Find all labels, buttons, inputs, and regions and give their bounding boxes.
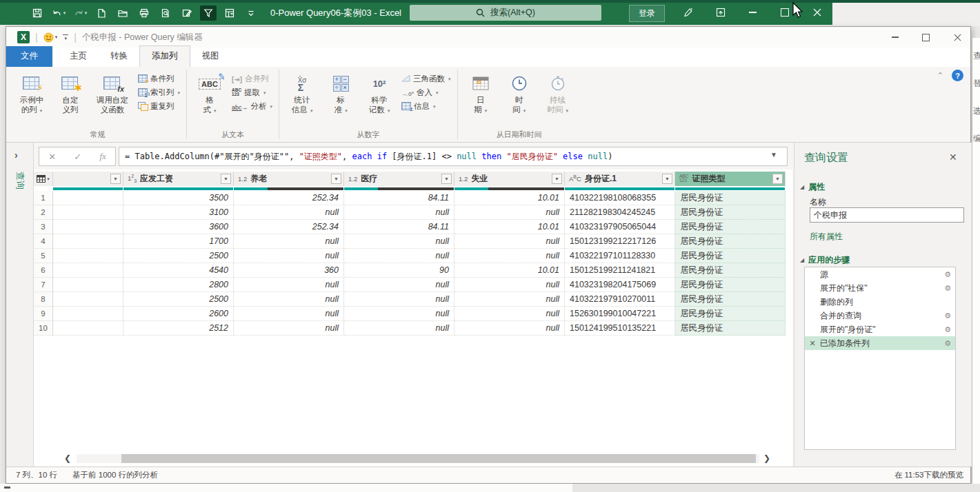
column-header-blank[interactable]: ▼: [53, 172, 123, 186]
cell[interactable]: null: [344, 249, 454, 263]
cell[interactable]: null: [344, 205, 454, 220]
cell[interactable]: 211282198304245245: [565, 205, 675, 220]
cell[interactable]: null: [454, 278, 565, 292]
applied-step-源[interactable]: 源⚙: [805, 267, 955, 281]
column-filter-icon[interactable]: ▼: [772, 174, 783, 184]
cell[interactable]: 居民身份证: [675, 220, 786, 234]
column-header-应发工资[interactable]: 123应发工资▼: [123, 172, 234, 186]
commit-formula-icon[interactable]: ✓: [74, 152, 81, 162]
format-button[interactable]: ABC✎格式 ▾: [191, 69, 228, 116]
step-settings-gear-icon[interactable]: ⚙: [944, 270, 951, 279]
column-header-失业[interactable]: 1.2失业▼: [454, 172, 565, 186]
cell[interactable]: [53, 205, 123, 220]
search-input[interactable]: 搜索(Alt+Q): [410, 5, 601, 21]
cell[interactable]: null: [234, 205, 344, 220]
row-number[interactable]: 7: [34, 278, 53, 292]
help-icon[interactable]: ?: [952, 70, 963, 81]
cell[interactable]: 84.11: [344, 191, 454, 205]
open-folder-icon[interactable]: [114, 6, 131, 21]
qat-customize-icon[interactable]: [243, 6, 259, 21]
cell[interactable]: 252.34: [234, 220, 344, 234]
cell[interactable]: 410323197905065044: [565, 220, 675, 234]
row-number[interactable]: 4: [34, 234, 53, 249]
cell[interactable]: null: [234, 307, 344, 321]
tab-转换[interactable]: 转换: [99, 46, 139, 67]
cell[interactable]: [53, 278, 123, 292]
column-header-身份证.1[interactable]: ABC身份证.1▼: [565, 172, 675, 186]
cell[interactable]: [53, 249, 123, 263]
all-properties-link[interactable]: 所有属性: [810, 231, 843, 243]
scroll-left-icon[interactable]: ❮: [64, 453, 71, 464]
information-button[interactable]: ±信息▾: [399, 101, 453, 112]
cell[interactable]: 3600: [123, 220, 234, 234]
cell[interactable]: null: [454, 249, 565, 263]
cell[interactable]: null: [344, 292, 454, 307]
cell[interactable]: null: [234, 321, 344, 336]
cell[interactable]: null: [454, 234, 565, 249]
merge-columns-button[interactable]: [⇥]合并列: [230, 73, 274, 85]
filter-icon[interactable]: [200, 6, 217, 21]
cell[interactable]: 居民身份证: [675, 205, 786, 220]
cell[interactable]: 360: [234, 263, 344, 278]
login-button[interactable]: 登录: [629, 5, 665, 22]
cell[interactable]: 410322197101128330: [565, 249, 675, 263]
step-settings-gear-icon[interactable]: ⚙: [944, 284, 951, 293]
cell[interactable]: 居民身份证: [675, 307, 786, 321]
excel-minimize-button[interactable]: [742, 4, 763, 21]
cell[interactable]: null: [454, 292, 565, 307]
cell[interactable]: 4540: [123, 263, 234, 278]
cell[interactable]: 2500: [123, 249, 234, 263]
cell[interactable]: 居民身份证: [675, 321, 786, 336]
cell[interactable]: [53, 234, 123, 249]
expand-queries-pane-icon[interactable]: ›: [14, 150, 18, 161]
cell[interactable]: [53, 292, 123, 307]
send-a-smile-icon[interactable]: ▾: [43, 32, 58, 43]
cell[interactable]: 2800: [123, 278, 234, 292]
cell[interactable]: 252.34: [234, 191, 344, 205]
row-number[interactable]: 1: [34, 191, 53, 205]
collapse-ribbon-icon[interactable]: ⌃: [937, 71, 943, 80]
cell[interactable]: 2512: [123, 321, 234, 336]
cell[interactable]: null: [234, 234, 344, 249]
print-preview-icon[interactable]: [157, 6, 174, 21]
formula-input[interactable]: = Table.AddColumn(#"展开的"身份证"", "证照类型", e…: [119, 147, 788, 166]
cell[interactable]: null: [454, 205, 565, 220]
inking-icon[interactable]: [678, 4, 699, 21]
statistics-button[interactable]: X̄σΣ统计信息 ▾: [283, 69, 321, 116]
extract-button[interactable]: ABC123提取▾: [230, 87, 274, 99]
tab-添加列[interactable]: 添加列: [139, 45, 190, 67]
conditional-column-button[interactable]: ✦条件列: [136, 73, 182, 85]
applied-step-删除的列[interactable]: 删除的列: [805, 295, 955, 309]
cell[interactable]: 410322197910270011: [565, 292, 675, 307]
undo-icon[interactable]: ▾: [50, 6, 67, 21]
cell[interactable]: null: [344, 234, 454, 249]
cell[interactable]: 10.01: [454, 191, 565, 205]
column-header-医疗[interactable]: 1.2医疗▼: [344, 172, 454, 186]
invoke-custom-function-button[interactable]: fx调用自定义函数: [90, 69, 134, 114]
cell[interactable]: [53, 307, 123, 321]
cell[interactable]: 居民身份证: [675, 234, 786, 249]
cell[interactable]: 10.01: [454, 220, 565, 234]
cell[interactable]: 150124199510135221: [565, 321, 675, 336]
row-number[interactable]: 2: [34, 205, 53, 220]
scroll-right-icon[interactable]: ❯: [763, 453, 770, 464]
cell[interactable]: 3100: [123, 205, 234, 220]
standard-button[interactable]: +−÷×标准 ▾: [322, 69, 359, 116]
tab-文件[interactable]: 文件: [6, 46, 52, 67]
index-column-button[interactable]: 1³索引列▾: [136, 87, 182, 99]
save-icon[interactable]: [29, 6, 46, 21]
column-filter-icon[interactable]: ▼: [331, 174, 341, 184]
cell[interactable]: 居民身份证: [675, 278, 786, 292]
cell[interactable]: 2600: [123, 307, 234, 321]
fx-icon[interactable]: fx: [99, 151, 106, 162]
applied-step-展开的"身份证"[interactable]: 展开的"身份证"⚙: [805, 322, 955, 336]
row-number[interactable]: 9: [34, 307, 53, 321]
date-button[interactable]: 日期 ▾: [462, 69, 499, 116]
cell[interactable]: 2500: [123, 292, 234, 307]
column-filter-icon[interactable]: ▼: [221, 174, 231, 184]
ribbon-display-options-icon[interactable]: [710, 4, 731, 21]
cell[interactable]: 84.11: [344, 220, 454, 234]
tab-主页[interactable]: 主页: [58, 46, 99, 67]
cell[interactable]: 410322198108068355: [565, 191, 675, 205]
duration-button[interactable]: 持续时间 ▾: [539, 69, 577, 116]
